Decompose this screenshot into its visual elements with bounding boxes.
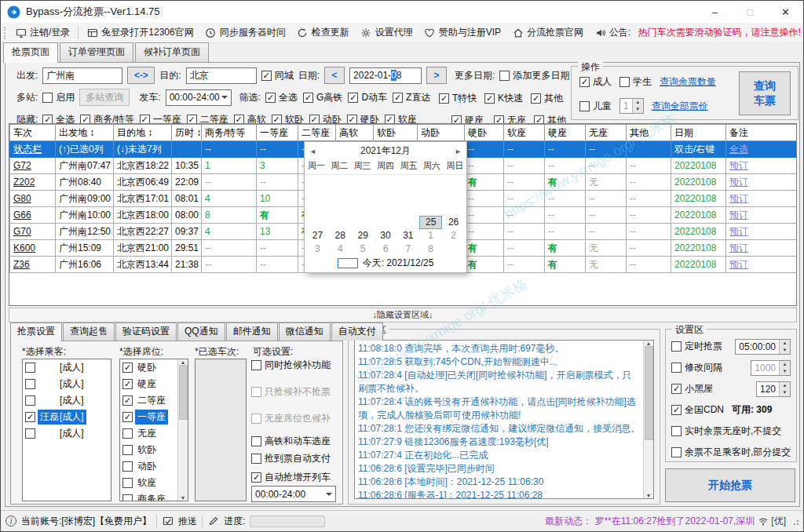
- query-all-prices-link[interactable]: 查询全部票价: [652, 100, 708, 113]
- scroll-down-icon[interactable]: ▼: [646, 493, 652, 498]
- column-header-商务/特等[interactable]: 商务/特等: [202, 125, 257, 141]
- calendar-day[interactable]: 30: [375, 229, 397, 242]
- train-link[interactable]: G66: [10, 207, 56, 224]
- tab-抢票页面[interactable]: 抢票页面: [3, 42, 58, 63]
- book-link[interactable]: 预订: [726, 207, 797, 224]
- tab-查询起售[interactable]: 查询起售: [63, 322, 115, 341]
- calendar-day[interactable]: 25: [419, 216, 442, 229]
- checkbox-全选[interactable]: ✓全选: [265, 91, 298, 104]
- checkbox-学生[interactable]: 学生: [619, 75, 652, 89]
- column-header-一等座[interactable]: 一等座: [257, 125, 298, 141]
- selected-trains-list[interactable]: [195, 359, 247, 501]
- toolbar-set-proxy[interactable]: 设置代理: [355, 24, 418, 42]
- checkbox-blank[interactable]: ✓: [122, 395, 133, 406]
- stepper-arrows-icon[interactable]: ▲▼: [632, 99, 643, 113]
- column-header-备注[interactable]: 备注: [726, 125, 797, 141]
- calendar-day[interactable]: 1: [419, 229, 442, 242]
- column-header-软卧[interactable]: 软卧: [374, 125, 418, 141]
- swap-stations-button[interactable]: <->: [127, 67, 155, 84]
- column-header-历时[interactable]: 历时 ↕: [172, 125, 202, 141]
- checkbox-blank[interactable]: [25, 395, 35, 406]
- checkbox-添加更多日期[interactable]: 添加更多日期: [499, 69, 569, 82]
- book-link[interactable]: 预订: [726, 224, 797, 240]
- calendar-prev-icon[interactable]: ◄: [309, 148, 316, 155]
- seat-item[interactable]: ✓二等座: [120, 392, 177, 409]
- calendar-day[interactable]: 4: [329, 242, 352, 256]
- depart-time-select[interactable]: 00:00-24:00: [166, 89, 232, 106]
- checkbox-抢到票自动支付[interactable]: 抢到票自动支付: [251, 452, 342, 465]
- checkbox-小黑屋[interactable]: ✓小黑屋: [671, 382, 713, 395]
- toolbar-sync-time[interactable]: 同步服务器时间: [199, 24, 291, 42]
- checkbox-blank[interactable]: [122, 428, 133, 439]
- checkbox-K快速[interactable]: ✓K快速: [484, 92, 523, 105]
- checkbox-启用[interactable]: 启用: [42, 91, 75, 104]
- toolbar-sponsor-vip[interactable]: 赞助与注册VIP: [418, 24, 506, 42]
- stepper-arrows-icon[interactable]: ▲▼: [779, 361, 790, 375]
- book-link[interactable]: 预订: [726, 257, 797, 273]
- toolbar-notice[interactable]: 公告:: [589, 24, 636, 42]
- calendar-day[interactable]: 27: [306, 229, 329, 242]
- checkbox-blank[interactable]: [122, 461, 133, 472]
- toolbar-logout-login[interactable]: 注销/登录: [9, 24, 75, 42]
- book-link[interactable]: 预订: [726, 174, 797, 191]
- train-link[interactable]: K600: [10, 240, 56, 257]
- checkbox-同城[interactable]: ✓同城: [261, 69, 294, 82]
- book-link[interactable]: 全选: [726, 141, 797, 158]
- start-grab-button[interactable]: 开始抢票: [665, 468, 795, 502]
- passenger-item[interactable]: [成人]: [23, 425, 111, 442]
- checkbox-blank[interactable]: [25, 363, 35, 373]
- seat-item[interactable]: ✓硬座: [120, 376, 177, 392]
- checkbox-blank[interactable]: [122, 445, 133, 455]
- calendar-day[interactable]: 8: [419, 242, 442, 256]
- scrollbar-thumb[interactable]: [179, 365, 188, 420]
- toolbar-open-12306[interactable]: 免登录打开12306官网: [81, 24, 199, 42]
- today-label[interactable]: 今天: 2021/12/25: [363, 257, 434, 270]
- train-link[interactable]: G70: [10, 224, 56, 240]
- scroll-up-icon[interactable]: ▲: [181, 359, 186, 365]
- passenger-list[interactable]: [成人][成人][成人]✓汪磊[成人][成人]: [22, 359, 111, 501]
- setting-stepper-小黑屋[interactable]: 120▲▼: [756, 381, 791, 397]
- checkbox-无座席位也候补[interactable]: 无座席位也候补: [251, 412, 342, 425]
- stepper-arrows-icon[interactable]: ▲▼: [779, 382, 790, 396]
- setting-stepper-修改间隔[interactable]: 1000▲▼: [751, 360, 791, 376]
- passenger-item[interactable]: [成人]: [23, 359, 111, 376]
- maximize-button[interactable]: □: [733, 1, 768, 23]
- checkbox-blank[interactable]: ✓: [122, 379, 133, 389]
- scroll-up-icon[interactable]: ▲: [646, 341, 652, 346]
- seat-list[interactable]: ✓硬卧✓硬座✓二等座✓一等座无座软卧动卧软座商务座特等座 ▲▼: [119, 359, 188, 501]
- column-header-高软[interactable]: 高软: [336, 125, 374, 141]
- passenger-item[interactable]: [成人]: [23, 376, 111, 392]
- log-scrollbar[interactable]: ▲▼: [643, 341, 653, 498]
- seat-item[interactable]: 动卧: [120, 458, 177, 475]
- tab-自动支付[interactable]: 自动支付: [331, 322, 383, 341]
- book-link[interactable]: 预订: [726, 158, 797, 174]
- column-header-其他[interactable]: 其他: [627, 125, 671, 141]
- seat-item[interactable]: 无座: [120, 425, 177, 442]
- checkbox-blank[interactable]: [25, 428, 35, 439]
- checkbox-同时抢候补功能[interactable]: 同时抢候补功能: [251, 359, 342, 372]
- checkbox-D动车[interactable]: ✓D动车: [348, 91, 387, 104]
- checkbox-G高铁[interactable]: ✓G高铁: [303, 91, 342, 104]
- close-button[interactable]: ✕: [768, 1, 803, 23]
- tab-抢票设置[interactable]: 抢票设置: [10, 322, 62, 341]
- passenger-item[interactable]: [成人]: [23, 392, 111, 409]
- checkbox-blank[interactable]: [122, 478, 133, 488]
- calendar-day[interactable]: 3: [306, 242, 329, 256]
- resize-grip[interactable]: [791, 517, 799, 525]
- train-link[interactable]: G72: [10, 158, 56, 174]
- passenger-item[interactable]: ✓汪磊[成人]: [23, 409, 111, 425]
- checkbox-blank[interactable]: [25, 379, 35, 389]
- column-header-二等座[interactable]: 二等座: [298, 125, 336, 141]
- column-header-硬卧[interactable]: 硬卧: [465, 125, 504, 141]
- column-header-软座[interactable]: 软座: [504, 125, 545, 141]
- seat-item[interactable]: 软卧: [120, 442, 177, 458]
- seat-item[interactable]: 软座: [120, 475, 177, 491]
- column-header-目的地[interactable]: 目的地 ↕: [114, 125, 172, 141]
- checkbox-blank[interactable]: ✓: [25, 412, 35, 422]
- hide-settings-bar[interactable]: ↓隐藏设置区域↓: [9, 308, 797, 322]
- calendar-day[interactable]: 31: [397, 229, 419, 242]
- calendar-day[interactable]: 6: [375, 242, 397, 256]
- scroll-down-icon[interactable]: ▼: [181, 495, 186, 501]
- calendar-day[interactable]: 7: [397, 242, 419, 256]
- stepper-arrows-icon[interactable]: ▲▼: [779, 340, 790, 354]
